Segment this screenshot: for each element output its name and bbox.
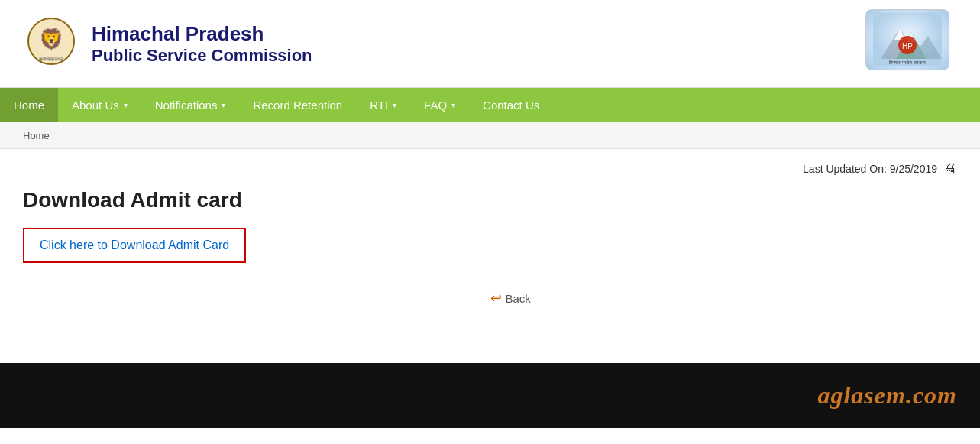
- download-admit-card-box: Click here to Download Admit Card: [23, 228, 246, 263]
- download-admit-card-link[interactable]: Click here to Download Admit Card: [40, 238, 229, 251]
- org-name-line2: Public Service Commission: [92, 46, 312, 66]
- svg-text:हिमाचल प्रदेश सरकार: हिमाचल प्रदेश सरकार: [888, 60, 926, 66]
- header-left: 🦁 सत्यमेव जयते Himachal Pradesh Public S…: [23, 9, 312, 78]
- svg-text:सत्यमेव जयते: सत्यमेव जयते: [38, 56, 65, 62]
- breadcrumb: Home: [0, 122, 980, 149]
- last-updated-text: Last Updated On: 9/25/2019: [803, 163, 937, 175]
- hp-logo-svg: HP हिमाचल प्रदेश सरकार: [873, 13, 942, 66]
- print-icon[interactable]: 🖨: [943, 160, 957, 177]
- page-title: Download Admit card: [23, 188, 957, 212]
- breadcrumb-home-link[interactable]: Home: [23, 130, 50, 141]
- main-navbar: Home About Us ▾ Notifications ▾ Record R…: [0, 88, 980, 122]
- back-link[interactable]: ↩ Back: [490, 290, 958, 306]
- aglasem-brand: aglasem.com: [817, 381, 957, 410]
- main-content: Last Updated On: 9/25/2019 🖨 Download Ad…: [0, 149, 980, 363]
- nav-faq[interactable]: FAQ ▾: [410, 88, 469, 122]
- org-title: Himachal Pradesh Public Service Commissi…: [92, 22, 312, 66]
- svg-text:HP: HP: [902, 42, 913, 50]
- nav-notifications[interactable]: Notifications ▾: [141, 88, 240, 122]
- notifications-arrow-icon: ▾: [222, 101, 225, 109]
- faq-arrow-icon: ▾: [451, 101, 455, 109]
- svg-text:🦁: 🦁: [39, 27, 64, 51]
- rti-arrow-icon: ▾: [393, 101, 396, 109]
- last-updated-row: Last Updated On: 9/25/2019 🖨: [23, 160, 957, 177]
- nav-record-retention[interactable]: Record Retention: [239, 88, 356, 122]
- page-header: 🦁 सत्यमेव जयते Himachal Pradesh Public S…: [0, 0, 980, 88]
- nav-rti[interactable]: RTI ▾: [356, 88, 410, 122]
- back-arrow-icon: ↩: [490, 290, 502, 306]
- about-us-arrow-icon: ▾: [124, 101, 128, 109]
- emblem-logo: 🦁 सत्यमेव जयते: [23, 9, 80, 78]
- page-footer: aglasem.com: [0, 363, 980, 428]
- header-right: HP हिमाचल प्रदेश सरकार: [865, 9, 957, 78]
- emblem-svg: 🦁 सत्यमेव जयते: [27, 17, 76, 70]
- hp-government-logo: HP हिमाचल प्रदेश सरकार: [865, 9, 957, 78]
- nav-about-us[interactable]: About Us ▾: [58, 88, 141, 122]
- org-name-line1: Himachal Pradesh: [92, 22, 312, 46]
- nav-home[interactable]: Home: [0, 88, 58, 122]
- nav-contact-us[interactable]: Contact Us: [469, 88, 553, 122]
